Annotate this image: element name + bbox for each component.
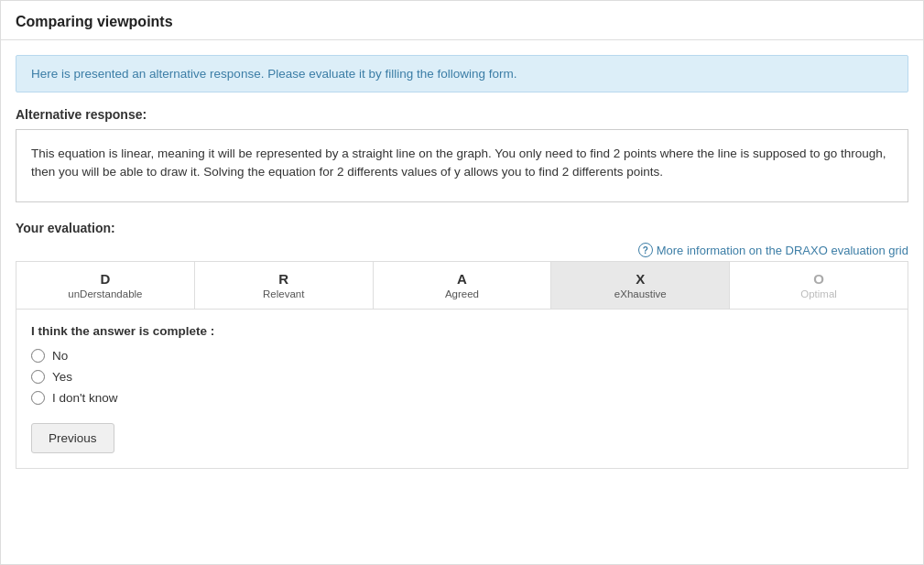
- draxo-link-row: ? More information on the DRAXO evaluati…: [16, 243, 908, 257]
- step-a-letter: A: [457, 271, 467, 287]
- radio-no-label: No: [52, 349, 68, 363]
- radio-no-input[interactable]: [31, 349, 45, 363]
- radio-idk-label: I don't know: [52, 391, 118, 405]
- step-r-content: R Relevant: [206, 271, 362, 299]
- radio-idk[interactable]: I don't know: [31, 391, 893, 405]
- draxo-link-text: More information on the DRAXO evaluation…: [657, 244, 908, 257]
- step-o[interactable]: O Optimal: [730, 262, 908, 309]
- step-x-content: X eXhaustive: [562, 271, 718, 299]
- page-content: Here is presented an alternative respons…: [1, 40, 923, 484]
- alternative-response-label: Alternative response:: [16, 107, 908, 122]
- step-a[interactable]: A Agreed: [374, 262, 552, 309]
- radio-idk-input[interactable]: [31, 391, 45, 405]
- step-d-content: D unDerstandable: [27, 271, 183, 299]
- step-d-letter: D: [100, 271, 110, 287]
- step-r-letter: R: [278, 271, 288, 287]
- info-icon: ?: [638, 243, 653, 257]
- radio-group: No Yes I don't know: [31, 349, 893, 405]
- btn-row: Previous: [31, 423, 893, 453]
- step-x-name: eXhaustive: [614, 288, 667, 299]
- page-header: Comparing viewpoints: [1, 1, 923, 40]
- step-a-content: A Agreed: [385, 271, 540, 299]
- step-d[interactable]: D unDerstandable: [16, 262, 195, 309]
- step-r-name: Relevant: [263, 288, 304, 299]
- evaluation-label: Your evaluation:: [16, 221, 908, 235]
- radio-no[interactable]: No: [31, 349, 893, 363]
- info-banner-text: Here is presented an alternative respons…: [31, 67, 517, 81]
- step-d-name: unDerstandable: [68, 288, 142, 299]
- step-r[interactable]: R Relevant: [195, 262, 374, 309]
- radio-yes-input[interactable]: [31, 370, 45, 384]
- radio-yes-label: Yes: [52, 370, 72, 384]
- step-x-letter: X: [636, 271, 645, 287]
- radio-yes[interactable]: Yes: [31, 370, 893, 384]
- draxo-steps: D unDerstandable R Relevant A Agreed: [16, 261, 908, 310]
- step-a-name: Agreed: [445, 288, 479, 299]
- question-label: I think the answer is complete :: [31, 324, 893, 338]
- step-o-name: Optimal: [800, 288, 837, 299]
- page-title: Comparing viewpoints: [16, 14, 908, 30]
- eval-section: I think the answer is complete : No Yes …: [16, 310, 908, 469]
- info-banner: Here is presented an alternative respons…: [16, 55, 908, 92]
- previous-button[interactable]: Previous: [31, 423, 114, 453]
- response-text: This equation is linear, meaning it will…: [16, 129, 908, 202]
- draxo-info-link[interactable]: ? More information on the DRAXO evaluati…: [638, 243, 908, 257]
- page-container: Comparing viewpoints Here is presented a…: [0, 0, 924, 565]
- step-x[interactable]: X eXhaustive: [551, 262, 730, 309]
- step-o-content: O Optimal: [741, 271, 897, 299]
- step-o-letter: O: [813, 271, 824, 287]
